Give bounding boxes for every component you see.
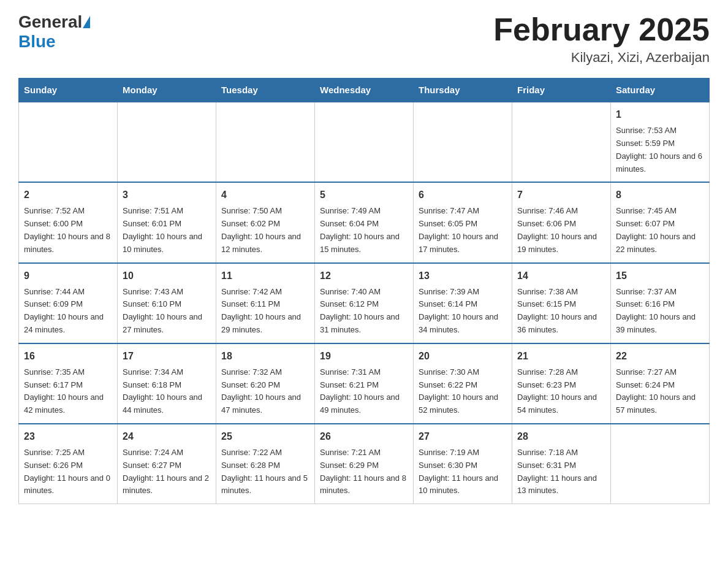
- day-number: 7: [517, 188, 605, 202]
- day-info: Sunrise: 7:45 AMSunset: 6:07 PMDaylight:…: [616, 205, 704, 256]
- header-day-sunday: Sunday: [19, 79, 118, 102]
- calendar-cell: 9Sunrise: 7:44 AMSunset: 6:09 PMDaylight…: [19, 263, 118, 343]
- calendar-week-3: 9Sunrise: 7:44 AMSunset: 6:09 PMDaylight…: [19, 263, 710, 343]
- day-info: Sunrise: 7:22 AMSunset: 6:28 PMDaylight:…: [221, 446, 309, 497]
- day-info: Sunrise: 7:39 AMSunset: 6:14 PMDaylight:…: [419, 286, 507, 337]
- calendar-cell: 3Sunrise: 7:51 AMSunset: 6:01 PMDaylight…: [118, 182, 216, 262]
- day-info: Sunrise: 7:30 AMSunset: 6:22 PMDaylight:…: [419, 366, 507, 417]
- day-number: 13: [419, 269, 507, 283]
- calendar-cell: [512, 102, 611, 182]
- day-number: 6: [419, 188, 507, 202]
- calendar-cell: 2Sunrise: 7:52 AMSunset: 6:00 PMDaylight…: [19, 182, 118, 262]
- header-row: SundayMondayTuesdayWednesdayThursdayFrid…: [19, 79, 710, 102]
- day-info: Sunrise: 7:40 AMSunset: 6:12 PMDaylight:…: [320, 286, 408, 337]
- calendar-cell: [611, 424, 710, 504]
- calendar-week-5: 23Sunrise: 7:25 AMSunset: 6:26 PMDayligh…: [19, 424, 710, 504]
- calendar-cell: 22Sunrise: 7:27 AMSunset: 6:24 PMDayligh…: [611, 343, 710, 424]
- day-number: 25: [221, 429, 309, 444]
- day-number: 18: [221, 349, 309, 364]
- page-subtitle: Kilyazi, Xizi, Azerbaijan: [493, 50, 710, 66]
- logo-general-text: General: [18, 12, 82, 32]
- day-number: 21: [517, 349, 605, 364]
- calendar-body: 1Sunrise: 7:53 AMSunset: 5:59 PMDaylight…: [19, 102, 710, 504]
- calendar-table: SundayMondayTuesdayWednesdayThursdayFrid…: [18, 78, 710, 504]
- day-number: 12: [320, 269, 408, 283]
- logo-blue-text: Blue: [18, 32, 90, 52]
- logo-triangle-icon: [83, 16, 90, 28]
- calendar-cell: [19, 102, 118, 182]
- calendar-cell: 7Sunrise: 7:46 AMSunset: 6:06 PMDaylight…: [512, 182, 611, 262]
- header-day-tuesday: Tuesday: [216, 79, 315, 102]
- day-number: 2: [24, 188, 112, 202]
- calendar-header: SundayMondayTuesdayWednesdayThursdayFrid…: [19, 79, 710, 102]
- day-number: 11: [221, 269, 309, 283]
- calendar-cell: 18Sunrise: 7:32 AMSunset: 6:20 PMDayligh…: [216, 343, 315, 424]
- day-info: Sunrise: 7:44 AMSunset: 6:09 PMDaylight:…: [24, 286, 112, 337]
- calendar-cell: 27Sunrise: 7:19 AMSunset: 6:30 PMDayligh…: [414, 424, 512, 504]
- day-info: Sunrise: 7:42 AMSunset: 6:11 PMDaylight:…: [221, 286, 309, 337]
- day-info: Sunrise: 7:52 AMSunset: 6:00 PMDaylight:…: [24, 205, 112, 256]
- day-info: Sunrise: 7:28 AMSunset: 6:23 PMDaylight:…: [517, 366, 605, 417]
- day-info: Sunrise: 7:21 AMSunset: 6:29 PMDaylight:…: [320, 446, 408, 497]
- header-day-thursday: Thursday: [414, 79, 512, 102]
- title-block: February 2025 Kilyazi, Xizi, Azerbaijan: [493, 12, 710, 66]
- logo: General Blue: [18, 12, 90, 52]
- header-day-wednesday: Wednesday: [315, 79, 414, 102]
- calendar-cell: 8Sunrise: 7:45 AMSunset: 6:07 PMDaylight…: [611, 182, 710, 262]
- calendar-cell: 24Sunrise: 7:24 AMSunset: 6:27 PMDayligh…: [118, 424, 216, 504]
- day-info: Sunrise: 7:49 AMSunset: 6:04 PMDaylight:…: [320, 205, 408, 256]
- day-info: Sunrise: 7:35 AMSunset: 6:17 PMDaylight:…: [24, 366, 112, 417]
- page-title: February 2025: [493, 12, 710, 47]
- calendar-cell: 26Sunrise: 7:21 AMSunset: 6:29 PMDayligh…: [315, 424, 414, 504]
- calendar-cell: 6Sunrise: 7:47 AMSunset: 6:05 PMDaylight…: [414, 182, 512, 262]
- day-info: Sunrise: 7:24 AMSunset: 6:27 PMDaylight:…: [123, 446, 211, 497]
- calendar-cell: 21Sunrise: 7:28 AMSunset: 6:23 PMDayligh…: [512, 343, 611, 424]
- calendar-week-2: 2Sunrise: 7:52 AMSunset: 6:00 PMDaylight…: [19, 182, 710, 262]
- calendar-cell: 16Sunrise: 7:35 AMSunset: 6:17 PMDayligh…: [19, 343, 118, 424]
- day-number: 15: [616, 269, 704, 283]
- calendar-cell: 23Sunrise: 7:25 AMSunset: 6:26 PMDayligh…: [19, 424, 118, 504]
- day-number: 26: [320, 429, 408, 444]
- day-info: Sunrise: 7:31 AMSunset: 6:21 PMDaylight:…: [320, 366, 408, 417]
- header-day-friday: Friday: [512, 79, 611, 102]
- calendar-cell: 1Sunrise: 7:53 AMSunset: 5:59 PMDaylight…: [611, 102, 710, 182]
- day-info: Sunrise: 7:38 AMSunset: 6:15 PMDaylight:…: [517, 286, 605, 337]
- day-number: 3: [123, 188, 211, 202]
- calendar-cell: 28Sunrise: 7:18 AMSunset: 6:31 PMDayligh…: [512, 424, 611, 504]
- day-number: 5: [320, 188, 408, 202]
- calendar-cell: 20Sunrise: 7:30 AMSunset: 6:22 PMDayligh…: [414, 343, 512, 424]
- header-day-monday: Monday: [118, 79, 216, 102]
- calendar-cell: 11Sunrise: 7:42 AMSunset: 6:11 PMDayligh…: [216, 263, 315, 343]
- header-day-saturday: Saturday: [611, 79, 710, 102]
- calendar-cell: [414, 102, 512, 182]
- day-info: Sunrise: 7:32 AMSunset: 6:20 PMDaylight:…: [221, 366, 309, 417]
- day-info: Sunrise: 7:46 AMSunset: 6:06 PMDaylight:…: [517, 205, 605, 256]
- day-info: Sunrise: 7:19 AMSunset: 6:30 PMDaylight:…: [419, 446, 507, 497]
- calendar-cell: 25Sunrise: 7:22 AMSunset: 6:28 PMDayligh…: [216, 424, 315, 504]
- calendar-week-4: 16Sunrise: 7:35 AMSunset: 6:17 PMDayligh…: [19, 343, 710, 424]
- day-number: 1: [616, 107, 704, 122]
- day-info: Sunrise: 7:43 AMSunset: 6:10 PMDaylight:…: [123, 286, 211, 337]
- day-number: 27: [419, 429, 507, 444]
- day-info: Sunrise: 7:37 AMSunset: 6:16 PMDaylight:…: [616, 286, 704, 337]
- calendar-cell: 4Sunrise: 7:50 AMSunset: 6:02 PMDaylight…: [216, 182, 315, 262]
- day-info: Sunrise: 7:53 AMSunset: 5:59 PMDaylight:…: [616, 124, 704, 175]
- day-info: Sunrise: 7:47 AMSunset: 6:05 PMDaylight:…: [419, 205, 507, 256]
- day-number: 20: [419, 349, 507, 364]
- day-number: 22: [616, 349, 704, 364]
- calendar-cell: 5Sunrise: 7:49 AMSunset: 6:04 PMDaylight…: [315, 182, 414, 262]
- day-number: 23: [24, 429, 112, 444]
- day-number: 8: [616, 188, 704, 202]
- day-number: 24: [123, 429, 211, 444]
- day-number: 28: [517, 429, 605, 444]
- calendar-cell: 14Sunrise: 7:38 AMSunset: 6:15 PMDayligh…: [512, 263, 611, 343]
- page-header: General Blue February 2025 Kilyazi, Xizi…: [18, 12, 710, 66]
- calendar-cell: 15Sunrise: 7:37 AMSunset: 6:16 PMDayligh…: [611, 263, 710, 343]
- calendar-cell: 10Sunrise: 7:43 AMSunset: 6:10 PMDayligh…: [118, 263, 216, 343]
- day-info: Sunrise: 7:50 AMSunset: 6:02 PMDaylight:…: [221, 205, 309, 256]
- calendar-cell: 12Sunrise: 7:40 AMSunset: 6:12 PMDayligh…: [315, 263, 414, 343]
- calendar-cell: [216, 102, 315, 182]
- day-number: 9: [24, 269, 112, 283]
- day-number: 4: [221, 188, 309, 202]
- day-info: Sunrise: 7:27 AMSunset: 6:24 PMDaylight:…: [616, 366, 704, 417]
